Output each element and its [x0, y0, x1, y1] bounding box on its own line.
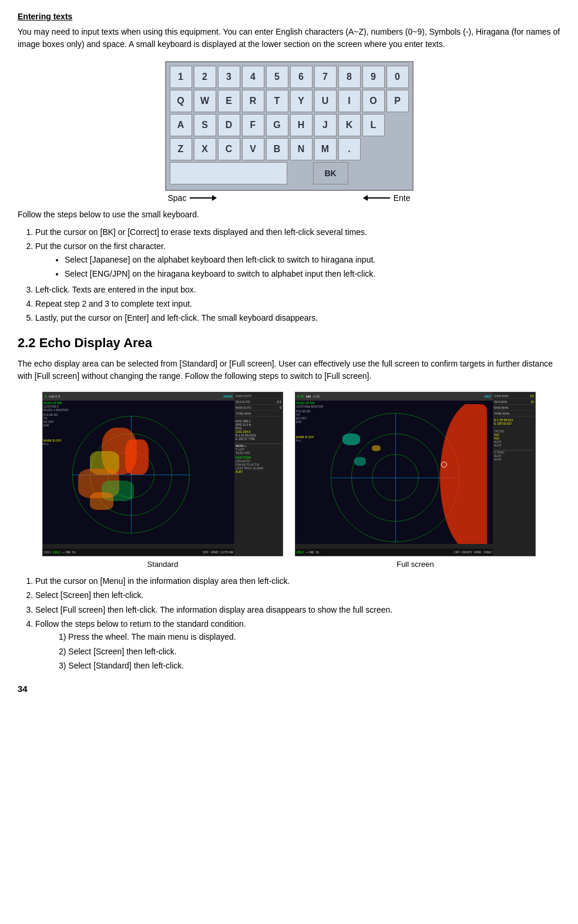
key-8: 8: [338, 66, 361, 88]
step2-bullet1: Select [Japanese] on the alphabet keyboa…: [65, 253, 560, 266]
spac-text: Spac: [168, 193, 187, 203]
key-6: 6: [290, 66, 312, 88]
side-menu: MENU + T-LIST TRAIL OFF FAST POIN CPA AU…: [236, 443, 281, 473]
side-tune-man: TUNE MAN: [236, 411, 281, 416]
radar-side-panel-full: GAIN MAN AS SEA MAN 10 RAIN MAN THNE MAN…: [493, 392, 535, 556]
radar-side-panel-standard: GAIN AUTO - SEA AUTO -0.1 RAIN AUTO 0 TU…: [234, 392, 283, 556]
step1: Put the cursor on [BK] or [Correct] to e…: [35, 226, 560, 238]
radar-top-bar-full: 0.75 NM 0.25 REF: [295, 392, 493, 401]
key-empty3: [387, 138, 409, 160]
key-O: O: [362, 90, 385, 112]
key-R: R: [242, 90, 264, 112]
key-space: [170, 162, 287, 184]
fs-trail: 5 TRAIL ALF8 ALF8: [494, 450, 534, 461]
s2-step2: Select [Screen] then left-click.: [35, 589, 560, 602]
radar-blob-6: [90, 492, 113, 510]
radar-standard: 3 HM 0.5 ARPA 124.3 EBL1 DROP1 VR: [42, 392, 283, 556]
key-B: B: [266, 138, 288, 160]
key-G: G: [266, 114, 288, 136]
keyboard-row-z: Z X C V B N M .: [170, 138, 409, 160]
key-enter-area: [350, 162, 396, 184]
step2-bullet2: Select [ENG/JPN] on the hiragana keyboar…: [65, 267, 560, 280]
radar-bottom2-full: EBL2 — NM HL OFF DROP2VRM1VRM2: [295, 549, 493, 556]
keyboard-illustration: 1 2 3 4 5 6 7 8 9 0 Q W E R T Y U I: [18, 61, 560, 203]
key-S: S: [194, 114, 216, 136]
key-U: U: [314, 90, 337, 112]
key-V: V: [242, 138, 264, 160]
s2-step3: Select [Full screen] then left-click. Th…: [35, 603, 560, 616]
key-1: 1: [170, 66, 192, 88]
key-F: F: [242, 114, 264, 136]
key-2: 2: [194, 66, 216, 88]
s2-step4-sub: 1) Press the wheel. The main menu is dis…: [59, 630, 560, 672]
side-rain-auto: RAIN AUTO 0: [236, 405, 281, 411]
step2-bullets: Select [Japanese] on the alphabet keyboa…: [65, 253, 560, 281]
radar-blob-2: [125, 439, 149, 475]
step4: Repeat step 2 and 3 to complete text inp…: [35, 297, 560, 310]
key-empty1: [387, 114, 409, 136]
key-P: P: [387, 90, 409, 112]
key-E: E: [218, 90, 240, 112]
section2-steps: Put the cursor on [Menu] in the informat…: [35, 574, 560, 673]
key-J: J: [314, 114, 337, 136]
key-K: K: [338, 114, 361, 136]
fs-tune-man: THNE MAN: [494, 411, 534, 416]
key-H: H: [290, 114, 312, 136]
radar-top-bar-standard: 3 HM 0.5 ARPA: [43, 392, 234, 401]
key-4: 4: [242, 66, 264, 88]
keyboard-row-q: Q W E R T Y U I O P: [170, 90, 409, 112]
fs-coordinates: N 1 35°45.514 E 135°03.917: [494, 418, 534, 425]
section1-intro: You may need to input texts when using t…: [18, 26, 560, 51]
keyboard-row-a: A S D F G H J K L: [170, 114, 409, 136]
s2-step4: Follow the steps below to return to the …: [35, 617, 560, 673]
keyboard-graphic: 1 2 3 4 5 6 7 8 9 0 Q W E R T Y U I: [165, 61, 414, 191]
s2-sub3: 3) Select [Standard] then left-click.: [59, 659, 560, 672]
key-9: 9: [362, 66, 385, 88]
image-captions-row: Standard Full screen: [18, 560, 560, 569]
key-L: L: [362, 114, 385, 136]
key-X: X: [194, 138, 216, 160]
key-0: 0: [387, 66, 409, 88]
radar-bottom-bar2-standard: 210.1EBL2 — NMHL OFF VRM22.275 NM: [43, 549, 234, 556]
section2-heading: 2.2 Echo Display Area: [18, 335, 560, 352]
s2-sub2: 2) Select [Screen] then left-click.: [59, 645, 560, 658]
section1-title: Entering texts: [18, 12, 560, 21]
section2-intro: The echo display area can be selected fr…: [18, 358, 560, 382]
fs-target-circle: [441, 462, 447, 468]
fs-line-v: [395, 413, 396, 542]
radar-main-full: 0.75 NM 0.25 REF EBL1 DROP1: [295, 392, 493, 556]
radar-main-standard: 3 HM 0.5 ARPA 124.3 EBL1 DROP1 VR: [43, 392, 234, 556]
key-dot: .: [338, 138, 361, 160]
key-empty2: [362, 138, 385, 160]
keyboard-row-numbers: 1 2 3 4 5 6 7 8 9 0: [170, 66, 409, 88]
key-7: 7: [314, 66, 337, 88]
step2: Put the cursor on the first character. S…: [35, 240, 560, 280]
radar-left-labels-full: HEAD UP RM CUSTOM♦ MASTER PULSE M1 TX ES…: [295, 401, 328, 443]
key-M: M: [314, 138, 337, 160]
fs-gain-man: GAIN MAN AS: [494, 394, 534, 399]
keyboard-row-bottom: BK: [170, 162, 409, 184]
s2-step1: Put the cursor on [Menu] in the informat…: [35, 574, 560, 587]
key-Q: Q: [170, 90, 192, 112]
key-T: T: [266, 90, 288, 112]
follow-text: Follow the steps below to use the small …: [18, 209, 560, 221]
step3: Left-click. Texts are entered in the inp…: [35, 283, 560, 296]
radar-left-labels-standard: HEAD UP RM CUSTOM 0 RG201 4 MASTER PULSE…: [43, 401, 69, 446]
key-N: N: [290, 138, 312, 160]
key-C: C: [218, 138, 240, 160]
side-gain-auto: GAIN AUTO -: [236, 394, 281, 399]
key-Y: Y: [290, 90, 312, 112]
key-A: A: [170, 114, 192, 136]
s2-sub1: 1) Press the wheel. The main menu is dis…: [59, 630, 560, 643]
fs-blob-1: [342, 434, 360, 445]
side-hog: HOG 288.3 SPD 11.0 kt POS COG 254.9 N 1 …: [236, 419, 281, 441]
fs-sea-man: SEA MAN 10: [494, 399, 534, 405]
ente-text: Ente: [394, 193, 411, 203]
radar-images-row: 3 HM 0.5 ARPA 124.3 EBL1 DROP1 VR: [18, 392, 560, 556]
radar-fullscreen: 0.75 NM 0.25 REF EBL1 DROP1: [295, 392, 536, 556]
fs-tgt: T4T151 A22 A22 ALF8 ALF8: [494, 429, 534, 447]
key-W: W: [194, 90, 216, 112]
step5: Lastly, put the cursor on [Enter] and le…: [35, 311, 560, 324]
page-number: 34: [18, 684, 560, 694]
section1-steps: Put the cursor on [BK] or [Correct] to e…: [35, 226, 560, 325]
